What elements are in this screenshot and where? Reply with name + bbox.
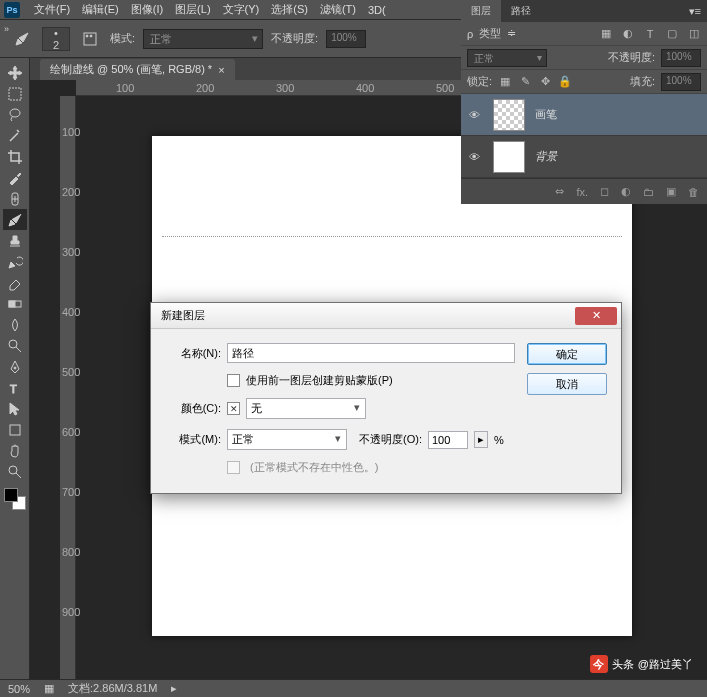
layer-item[interactable]: 👁 画笔 (461, 94, 707, 136)
path-select-tool[interactable] (3, 398, 27, 419)
ok-button[interactable]: 确定 (527, 343, 607, 365)
tab-paths[interactable]: 路径 (501, 0, 541, 22)
mode-select[interactable]: 正常 (227, 429, 347, 450)
watermark-brand: 头条 (612, 657, 634, 672)
lasso-tool[interactable] (3, 104, 27, 125)
filter-pixel-icon[interactable]: ▦ (599, 27, 613, 41)
adjustment-icon[interactable]: ◐ (621, 185, 631, 198)
status-arrow-icon[interactable]: ▸ (171, 682, 177, 695)
fx-icon[interactable]: fx. (576, 186, 588, 198)
svg-point-12 (9, 466, 17, 474)
hand-tool[interactable] (3, 440, 27, 461)
crop-tool[interactable] (3, 146, 27, 167)
dlg-opacity-label: 不透明度(O): (359, 432, 422, 447)
layer-thumb (493, 141, 525, 173)
lock-trans-icon[interactable]: ▦ (498, 75, 512, 89)
pen-tool[interactable] (3, 356, 27, 377)
current-tool-icon[interactable] (10, 28, 34, 49)
tab-layers[interactable]: 图层 (461, 0, 501, 22)
clip-checkbox[interactable] (227, 374, 240, 387)
brush-tool[interactable] (3, 209, 27, 230)
name-input[interactable] (227, 343, 515, 363)
filter-shape-icon[interactable]: ▢ (665, 27, 679, 41)
trash-icon[interactable]: 🗑 (688, 186, 699, 198)
layer-thumb (493, 99, 525, 131)
menu-image[interactable]: 图像(I) (125, 0, 169, 19)
lock-paint-icon[interactable]: ✎ (518, 75, 532, 89)
marquee-tool[interactable] (3, 83, 27, 104)
lock-label: 锁定: (467, 74, 492, 89)
dialog-close-button[interactable]: ✕ (575, 307, 617, 325)
layer-blend-select[interactable]: 正常 (467, 49, 547, 67)
folder-icon[interactable]: 🗀 (643, 186, 654, 198)
menu-3d[interactable]: 3D( (362, 2, 392, 18)
history-brush-tool[interactable] (3, 251, 27, 272)
clip-label: 使用前一图层创建剪贴蒙版(P) (246, 373, 393, 388)
filter-dropdown-icon[interactable]: ≑ (507, 27, 516, 40)
color-label: 颜色(C): (165, 401, 221, 416)
fill-input[interactable]: 100% (661, 73, 701, 91)
menu-file[interactable]: 文件(F) (28, 0, 76, 19)
name-label: 名称(N): (165, 346, 221, 361)
lock-all-icon[interactable]: 🔒 (558, 75, 572, 89)
filter-kind-icon[interactable]: ρ (467, 28, 473, 40)
svg-point-4 (10, 109, 20, 117)
lock-move-icon[interactable]: ✥ (538, 75, 552, 89)
watermark-badge-icon: 今 (590, 655, 608, 673)
mode-label: 模式: (110, 31, 135, 46)
zoom-value[interactable]: 50% (8, 683, 30, 695)
menu-filter[interactable]: 滤镜(T) (314, 0, 362, 19)
type-tool[interactable]: T (3, 377, 27, 398)
color-swatches[interactable] (4, 488, 26, 510)
layer-opacity-input[interactable]: 100% (661, 49, 701, 67)
shape-tool[interactable] (3, 419, 27, 440)
layer-name[interactable]: 背景 (535, 149, 557, 164)
layer-item[interactable]: 👁 背景 (461, 136, 707, 178)
move-tool[interactable] (3, 62, 27, 83)
blur-tool[interactable] (3, 314, 27, 335)
toolbox: T (0, 58, 30, 679)
dodge-tool[interactable] (3, 335, 27, 356)
layer-name[interactable]: 画笔 (535, 107, 557, 122)
filter-smart-icon[interactable]: ◫ (687, 27, 701, 41)
document-tab[interactable]: 绘制虚线 @ 50% (画笔, RGB/8) * × (40, 59, 235, 80)
cancel-button[interactable]: 取消 (527, 373, 607, 395)
filter-adjust-icon[interactable]: ◐ (621, 27, 635, 41)
fill-label: 填充: (630, 74, 655, 89)
mode-label: 模式(M): (165, 432, 221, 447)
brush-preset[interactable]: •2 (42, 27, 70, 51)
filter-type-icon[interactable]: T (643, 27, 657, 41)
menu-select[interactable]: 选择(S) (265, 0, 314, 19)
color-select[interactable]: 无 (246, 398, 366, 419)
menu-type[interactable]: 文字(Y) (217, 0, 266, 19)
dlg-opacity-input[interactable] (428, 431, 468, 449)
ruler-vertical: 100200300400500600700800900 (60, 96, 76, 679)
blend-mode-select[interactable]: 正常 (143, 29, 263, 49)
wand-tool[interactable] (3, 125, 27, 146)
visibility-icon[interactable]: 👁 (469, 151, 483, 163)
visibility-icon[interactable]: 👁 (469, 109, 483, 121)
mask-icon[interactable]: ◻ (600, 185, 609, 198)
brush-panel-icon[interactable] (78, 28, 102, 49)
zoom-tool[interactable] (3, 461, 27, 482)
filter-kind-label: 类型 (479, 26, 501, 41)
stamp-tool[interactable] (3, 230, 27, 251)
doc-tab-close-icon[interactable]: × (218, 64, 224, 76)
watermark: 今 头条 @路过美丫 (590, 655, 693, 673)
eraser-tool[interactable] (3, 272, 27, 293)
color-swatch-none: ✕ (227, 402, 240, 415)
dotted-path (162, 236, 622, 237)
svg-point-2 (90, 35, 92, 37)
eyedropper-tool[interactable] (3, 167, 27, 188)
opacity-stepper-icon[interactable]: ▸ (474, 431, 488, 448)
menu-edit[interactable]: 编辑(E) (76, 0, 125, 19)
panel-menu-icon[interactable]: ▾≡ (683, 5, 707, 18)
link-icon[interactable]: ⇔ (555, 185, 564, 198)
healing-tool[interactable] (3, 188, 27, 209)
opacity-input[interactable]: 100% (326, 30, 366, 48)
new-layer-icon[interactable]: ▣ (666, 185, 676, 198)
expand-tools-icon[interactable]: » (4, 24, 9, 34)
svg-rect-0 (84, 33, 96, 45)
gradient-tool[interactable] (3, 293, 27, 314)
menu-layer[interactable]: 图层(L) (169, 0, 216, 19)
